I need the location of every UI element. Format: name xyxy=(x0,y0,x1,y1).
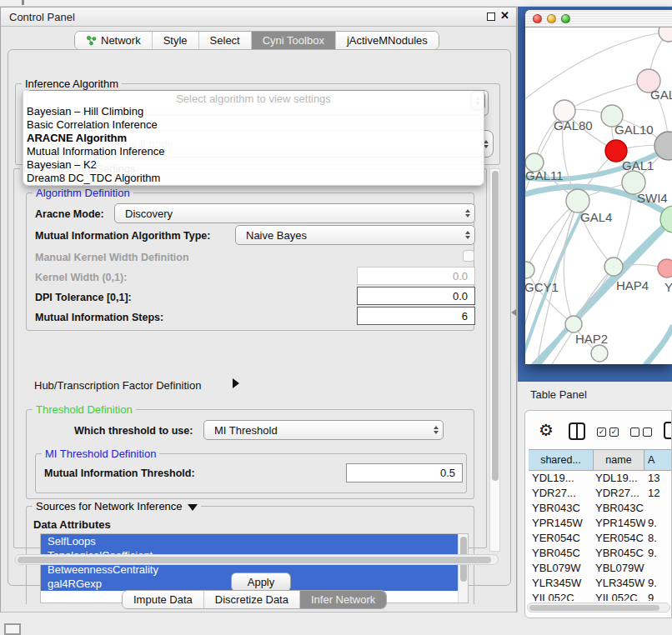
table-row[interactable]: YIL052CYIL052C9 xyxy=(525,592,672,601)
float-window-icon[interactable] xyxy=(487,12,495,21)
table-cell: 8. xyxy=(645,532,672,547)
show-columns-icon[interactable] xyxy=(569,422,585,440)
cyni-toolbox-panel: Inference Algorithm gal-filtered sif def… xyxy=(8,49,511,586)
network-window-titlebar[interactable] xyxy=(525,10,672,28)
table-cell: YER054C xyxy=(594,532,645,547)
apply-button-label: Apply xyxy=(248,576,275,588)
table-cell: YDL19... xyxy=(525,472,594,487)
network-node-gcy1[interactable] xyxy=(525,262,534,278)
table-horizontal-scrollbar[interactable] xyxy=(527,602,670,612)
tab-select-label: Select xyxy=(210,34,240,47)
table-row[interactable]: YBR045CYBR045C9. xyxy=(525,547,672,562)
close-traffic-light[interactable] xyxy=(533,14,542,23)
minimize-traffic-light[interactable] xyxy=(547,14,556,23)
kernel-width-input[interactable]: 0.0 xyxy=(357,267,475,285)
manual-kernel-checkbox[interactable] xyxy=(463,250,474,262)
hub-tf-definition-label[interactable]: Hub/Transcription Factor Definition xyxy=(34,379,201,392)
which-threshold-stepper[interactable] xyxy=(429,421,443,439)
table-row[interactable]: YBL079WYBL079W xyxy=(525,562,672,577)
network-edge[interactable] xyxy=(646,328,672,364)
list-vertical-scrollbar[interactable] xyxy=(458,534,468,603)
mi-type-select[interactable]: Naive Bayes xyxy=(235,225,475,245)
table-row[interactable]: YBR043CYBR043C xyxy=(525,502,672,517)
expand-right-icon[interactable] xyxy=(233,378,239,388)
select-all-checkbox-icon[interactable]: ✓ xyxy=(597,428,606,437)
table-cell: YBR045C xyxy=(525,547,594,562)
tab-network[interactable]: Network xyxy=(75,32,153,49)
mi-type-stepper[interactable] xyxy=(460,226,474,244)
algorithm-menu-item[interactable]: Mutual Information Inference xyxy=(27,145,477,158)
table-cell: 12 xyxy=(645,487,672,502)
screen: Control Panel ✕ Network Style Select Cyn… xyxy=(0,0,672,635)
tab-impute-data[interactable]: Impute Data xyxy=(123,591,204,608)
table-cell: YPR145W xyxy=(594,517,645,532)
minimized-panel-icon[interactable] xyxy=(4,623,21,635)
algorithm-menu-item[interactable]: Dream8 DC_TDC Algorithm xyxy=(27,172,477,185)
network-canvas[interactable]: GALGAL80GAL10GAL1GAL11SWI4GAL4GCY1HAP4YH… xyxy=(525,28,672,364)
table-row[interactable]: YDL19...YDL19...13 xyxy=(525,472,672,487)
table-cell: YDR27... xyxy=(594,487,645,502)
network-node-y[interactable] xyxy=(658,259,672,278)
column-header-a[interactable]: A xyxy=(644,449,672,471)
tab-style[interactable]: Style xyxy=(153,32,199,49)
network-node-hap2[interactable] xyxy=(565,316,582,332)
aracne-mode-select[interactable]: Discovery xyxy=(114,203,475,223)
dpi-tolerance-input[interactable]: 0.0 xyxy=(357,287,475,305)
tab-cyni-toolbox[interactable]: Cyni Toolbox xyxy=(252,32,336,49)
scrollbar-thumb[interactable] xyxy=(529,605,659,611)
network-node-gal4[interactable] xyxy=(566,189,589,212)
settings-horizontal-scrollbar[interactable] xyxy=(15,554,499,565)
table-row[interactable]: YPR145WYPR145W9. xyxy=(525,517,672,532)
tab-infer-network[interactable]: Infer Network xyxy=(300,591,386,608)
scrollbar-thumb[interactable] xyxy=(492,171,499,481)
network-node-hap4[interactable] xyxy=(604,258,623,276)
settings-vertical-scrollbar[interactable] xyxy=(489,168,500,552)
mi-threshold-legend: MI Threshold Definition xyxy=(42,448,159,460)
settings-gear-icon[interactable]: ⚙ xyxy=(539,422,554,438)
select-all-checkbox-icon[interactable]: ✓ xyxy=(609,428,619,437)
table-row[interactable]: YER054CYER054C8. xyxy=(525,532,672,547)
table-cell: YBL079W xyxy=(525,562,594,577)
algorithm-menu-item[interactable]: Bayesian – K2 xyxy=(27,158,477,172)
control-panel-titlebar[interactable]: Control Panel ✕ xyxy=(1,8,516,27)
table-cell: YLR345W xyxy=(525,577,594,592)
zoom-traffic-light[interactable] xyxy=(561,14,570,23)
algorithm-menu-item[interactable]: Basic Correlation Inference xyxy=(27,118,477,132)
scrollbar-thumb[interactable] xyxy=(18,557,491,563)
mi-threshold-input[interactable]: 0.5 xyxy=(346,463,463,482)
mi-steps-value: 6 xyxy=(462,310,468,322)
network-node[interactable] xyxy=(659,28,672,42)
table-body: YDL19...YDL19...13YDR27...YDR27...12YBR0… xyxy=(525,472,672,601)
which-threshold-label: Which threshold to use: xyxy=(74,425,193,437)
tab-infer-network-label: Infer Network xyxy=(311,593,375,606)
deselect-all-checkbox-icon[interactable] xyxy=(630,428,639,437)
spinner-up-icon xyxy=(434,426,439,429)
mi-steps-input[interactable]: 6 xyxy=(357,307,475,325)
list-item[interactable]: SelfLoops xyxy=(41,534,458,548)
function-builder-icon[interactable] xyxy=(664,422,672,439)
aracne-mode-stepper[interactable] xyxy=(460,204,474,222)
collapse-left-icon[interactable] xyxy=(511,309,516,316)
table-row[interactable]: YLR345WYLR345W9. xyxy=(525,577,672,592)
which-threshold-select[interactable]: MI Threshold xyxy=(203,420,444,440)
collapse-down-icon[interactable] xyxy=(188,504,198,511)
close-icon[interactable]: ✕ xyxy=(500,9,509,22)
tab-style-label: Style xyxy=(163,34,188,47)
toolbar-fragment xyxy=(22,0,24,5)
table-cell: YIL052C xyxy=(594,592,645,601)
deselect-all-checkbox-icon[interactable] xyxy=(643,428,652,437)
network-node-label: GAL xyxy=(650,88,672,102)
column-header-shared[interactable]: shared... xyxy=(529,449,594,471)
tab-jactivemnodules[interactable]: jActiveMNodules xyxy=(336,32,439,49)
table-cell: YBL079W xyxy=(594,562,645,577)
network-edge[interactable] xyxy=(564,201,578,324)
algorithm-menu-item[interactable]: ARACNE Algorithm xyxy=(27,132,477,145)
apply-button[interactable]: Apply xyxy=(231,572,291,592)
column-header-name[interactable]: name xyxy=(594,449,644,471)
table-row[interactable]: YDR27...YDR27...12 xyxy=(525,487,672,502)
tab-discretize-data[interactable]: Discretize Data xyxy=(204,591,300,608)
network-node[interactable] xyxy=(591,345,608,362)
dpi-tolerance-value: 0.0 xyxy=(453,290,468,302)
tab-select[interactable]: Select xyxy=(199,32,252,49)
algorithm-menu-item[interactable]: Bayesian – Hill Climbing xyxy=(27,105,477,118)
